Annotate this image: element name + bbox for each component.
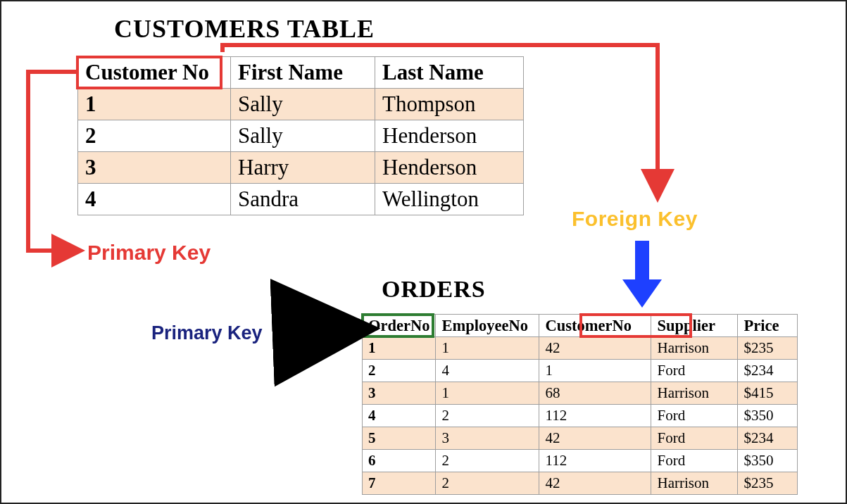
cell: Ford <box>651 405 738 427</box>
cell: Ford <box>651 450 738 472</box>
orders-table: OrderNo EmployeeNo CustomerNo Supplier P… <box>362 314 798 495</box>
table-row: 3 Harry Henderson <box>78 152 524 184</box>
customers-table: Customer No First Name Last Name 1 Sally… <box>77 56 524 215</box>
table-header-row: OrderNo EmployeeNo CustomerNo Supplier P… <box>363 315 798 337</box>
cell: Sally <box>231 89 375 120</box>
diagram-canvas: CUSTOMERS TABLE ORDERS Primary Key Forei… <box>0 0 847 504</box>
cell: 6 <box>363 450 436 472</box>
cell: 68 <box>539 382 651 405</box>
cell: Thompson <box>375 89 524 120</box>
cell: 2 <box>436 472 539 495</box>
col-last-name: Last Name <box>375 57 524 89</box>
cell: 42 <box>539 337 651 360</box>
cell: $350 <box>738 450 798 472</box>
cell: 1 <box>436 337 539 360</box>
table-row: 2 Sally Henderson <box>78 120 524 152</box>
cell: 3 <box>436 427 539 450</box>
cell: Henderson <box>375 152 524 184</box>
table-row: 6 2 112 Ford $350 <box>363 450 798 472</box>
foreign-key-label: Foreign Key <box>572 207 698 231</box>
table-header-row: Customer No First Name Last Name <box>78 57 524 89</box>
col-first-name: First Name <box>231 57 375 89</box>
table-row: 1 Sally Thompson <box>78 89 524 120</box>
cell: 4 <box>78 184 231 215</box>
cell: Ford <box>651 427 738 450</box>
cell: Sally <box>231 120 375 152</box>
cell: $415 <box>738 382 798 405</box>
cell: 3 <box>78 152 231 184</box>
cell: Ford <box>651 360 738 382</box>
cell: $234 <box>738 427 798 450</box>
cell: 2 <box>78 120 231 152</box>
cell: Harrison <box>651 337 738 360</box>
svg-line-0 <box>283 329 353 332</box>
cell: Sandra <box>231 184 375 215</box>
customers-primary-key-label: Primary Key <box>87 241 211 265</box>
orders-table-title: ORDERS <box>382 276 486 303</box>
cell: $350 <box>738 405 798 427</box>
table-row: 3 1 68 Harrison $415 <box>363 382 798 405</box>
col-price: Price <box>738 315 798 337</box>
cell: 4 <box>363 405 436 427</box>
table-row: 4 2 112 Ford $350 <box>363 405 798 427</box>
cell: 4 <box>436 360 539 382</box>
cell: $235 <box>738 472 798 495</box>
customers-table-title: CUSTOMERS TABLE <box>114 14 375 44</box>
cell: 7 <box>363 472 436 495</box>
arrow-fk-down-icon <box>621 241 663 311</box>
cell: 1 <box>78 89 231 120</box>
cell: $234 <box>738 360 798 382</box>
cell: $235 <box>738 337 798 360</box>
col-order-no: OrderNo <box>363 315 436 337</box>
table-row: 4 Sandra Wellington <box>78 184 524 215</box>
cell: 2 <box>436 450 539 472</box>
cell: 42 <box>539 472 651 495</box>
cell: Harrison <box>651 472 738 495</box>
cell: 2 <box>436 405 539 427</box>
cell: Harrison <box>651 382 738 405</box>
cell: Harry <box>231 152 375 184</box>
cell: 112 <box>539 405 651 427</box>
table-row: 1 1 42 Harrison $235 <box>363 337 798 360</box>
cell: 1 <box>539 360 651 382</box>
table-row: 7 2 42 Harrison $235 <box>363 472 798 495</box>
cell: Henderson <box>375 120 524 152</box>
col-customer-no: CustomerNo <box>539 315 651 337</box>
cell: Wellington <box>375 184 524 215</box>
cell: 112 <box>539 450 651 472</box>
col-supplier: Supplier <box>651 315 738 337</box>
cell: 1 <box>436 382 539 405</box>
cell: 2 <box>363 360 436 382</box>
col-customer-no: Customer No <box>78 57 231 89</box>
orders-primary-key-label: Primary Key <box>151 322 263 344</box>
cell: 42 <box>539 427 651 450</box>
cell: 1 <box>363 337 436 360</box>
cell: 3 <box>363 382 436 405</box>
col-employee-no: EmployeeNo <box>436 315 539 337</box>
table-row: 2 4 1 Ford $234 <box>363 360 798 382</box>
table-row: 5 3 42 Ford $234 <box>363 427 798 450</box>
cell: 5 <box>363 427 436 450</box>
